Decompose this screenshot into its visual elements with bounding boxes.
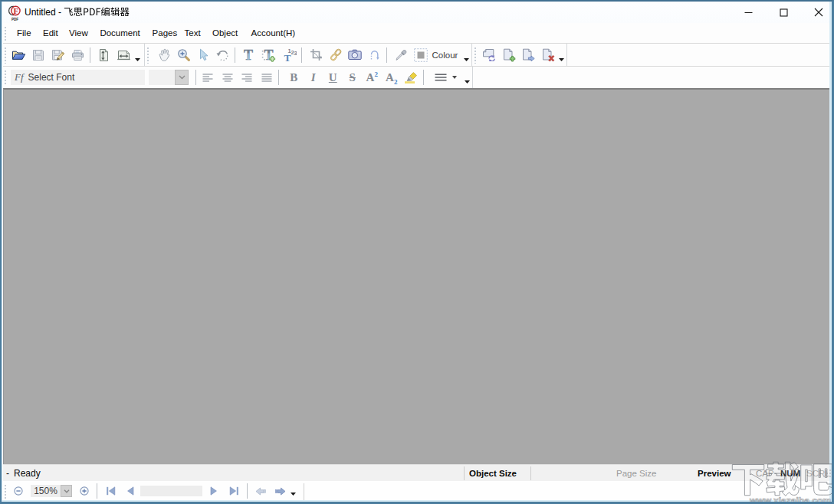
toolbar-grip[interactable] bbox=[4, 46, 8, 64]
first-page-button[interactable] bbox=[100, 486, 120, 496]
menu-file[interactable]: File bbox=[11, 25, 37, 41]
colour-swatch-button[interactable] bbox=[411, 45, 431, 65]
select-arrow-icon bbox=[198, 48, 208, 61]
align-right-icon bbox=[241, 73, 252, 83]
line-style-button[interactable] bbox=[431, 67, 460, 87]
colour-swatch-icon bbox=[414, 48, 428, 62]
last-page-button[interactable] bbox=[224, 486, 244, 496]
toolbar-grip[interactable] bbox=[146, 46, 151, 64]
highlight-button[interactable] bbox=[402, 67, 422, 87]
insert-pages-button[interactable] bbox=[499, 45, 519, 65]
window-content: F PDF Untitled - File Edit View Document… bbox=[3, 2, 831, 501]
superscript-button[interactable]: A2 bbox=[363, 67, 383, 87]
chevron-down-icon bbox=[179, 75, 186, 80]
align-left-button[interactable] bbox=[199, 67, 218, 87]
eyedropper-button[interactable] bbox=[392, 45, 412, 65]
next-view-button[interactable] bbox=[271, 487, 291, 496]
menu-document[interactable]: Document bbox=[94, 25, 145, 41]
toolbar-grip[interactable] bbox=[474, 46, 478, 64]
font-size-select[interactable] bbox=[149, 70, 189, 85]
hand-tool-button[interactable] bbox=[154, 45, 174, 65]
reverse-button[interactable] bbox=[365, 45, 385, 65]
previous-view-icon bbox=[255, 487, 266, 496]
save-button[interactable] bbox=[29, 45, 49, 65]
colour-dropdown[interactable] bbox=[462, 45, 471, 65]
next-page-button[interactable] bbox=[204, 486, 224, 496]
save-as-button[interactable] bbox=[48, 45, 68, 65]
pages-dropdown[interactable] bbox=[557, 45, 566, 65]
fit-height-button[interactable] bbox=[94, 45, 114, 65]
add-text-button[interactable]: T bbox=[238, 45, 258, 65]
add-new-text-button[interactable]: T bbox=[259, 45, 279, 65]
window-controls bbox=[731, 2, 834, 23]
toolbar-separator bbox=[97, 483, 97, 499]
fit-height-icon bbox=[98, 48, 110, 62]
font-icon: Ff bbox=[15, 71, 24, 83]
statusbar-separator bbox=[530, 466, 531, 480]
bold-button[interactable]: B bbox=[284, 67, 304, 87]
zoom-in-button[interactable] bbox=[77, 486, 92, 496]
toolbar-grip[interactable] bbox=[4, 483, 8, 499]
previous-page-button[interactable] bbox=[120, 486, 140, 496]
toolbar-grip[interactable] bbox=[4, 69, 8, 86]
text-plus-icon: T bbox=[261, 48, 276, 62]
menu-pages[interactable]: Pages bbox=[147, 25, 183, 41]
align-center-button[interactable] bbox=[218, 67, 238, 87]
fit-width-button[interactable] bbox=[114, 45, 134, 65]
close-button[interactable] bbox=[801, 2, 834, 23]
menu-account[interactable]: Account(H) bbox=[246, 25, 301, 41]
subscript-button[interactable]: A2 bbox=[382, 67, 402, 87]
rotate-icon bbox=[216, 49, 229, 61]
menu-text[interactable]: Text bbox=[179, 25, 206, 41]
maximize-button[interactable] bbox=[766, 2, 801, 23]
align-right-button[interactable] bbox=[238, 67, 258, 87]
zoom-level-dropdown[interactable] bbox=[61, 485, 72, 497]
select-tool-button[interactable] bbox=[193, 45, 213, 65]
rotate-tool-button[interactable] bbox=[213, 45, 233, 65]
extract-pages-button[interactable] bbox=[518, 45, 538, 65]
subscript-label: A2 bbox=[386, 71, 397, 84]
previous-view-button[interactable] bbox=[251, 487, 271, 496]
font-size-dropdown[interactable] bbox=[175, 70, 189, 85]
status-ready: Ready bbox=[14, 468, 41, 479]
minimize-icon bbox=[744, 8, 753, 17]
italic-button[interactable]: I bbox=[304, 67, 323, 87]
add-page-numbers-button[interactable]: T 123 bbox=[280, 45, 300, 65]
document-canvas[interactable] bbox=[3, 88, 831, 464]
next-view-icon bbox=[275, 487, 286, 496]
zoom-level-field[interactable]: 150% bbox=[31, 485, 61, 497]
page-number-field[interactable] bbox=[140, 486, 202, 496]
format-overflow-dropdown[interactable] bbox=[463, 67, 471, 87]
status-object-size: Object Size bbox=[469, 465, 517, 482]
minimize-button[interactable] bbox=[731, 2, 766, 23]
crop-button[interactable] bbox=[307, 45, 327, 65]
menubar-grip[interactable] bbox=[4, 25, 8, 41]
strikethrough-button[interactable]: S bbox=[343, 67, 363, 87]
extract-pages-icon bbox=[521, 48, 535, 62]
menu-edit[interactable]: Edit bbox=[38, 25, 64, 41]
superscript-digit: 2 bbox=[374, 70, 378, 78]
last-page-icon bbox=[229, 486, 239, 496]
menu-object[interactable]: Object bbox=[207, 25, 243, 41]
snapshot-button[interactable] bbox=[346, 45, 366, 65]
font-select[interactable]: Ff Select Font bbox=[11, 70, 145, 85]
open-button[interactable] bbox=[9, 45, 29, 65]
delete-pages-button[interactable] bbox=[538, 45, 558, 65]
fit-options-dropdown[interactable] bbox=[133, 45, 142, 65]
svg-text:PDF: PDF bbox=[11, 18, 18, 21]
toolbar-chunk-border bbox=[471, 44, 472, 66]
previous-page-icon bbox=[126, 486, 134, 496]
resize-grip[interactable] bbox=[823, 469, 832, 478]
zoom-tool-button[interactable] bbox=[174, 45, 194, 65]
link-button[interactable] bbox=[326, 45, 346, 65]
rotate-pages-button[interactable] bbox=[479, 45, 499, 65]
justify-button[interactable] bbox=[257, 67, 277, 87]
nav-options-dropdown[interactable] bbox=[289, 481, 297, 501]
zoom-out-button[interactable] bbox=[11, 486, 26, 496]
close-icon bbox=[814, 8, 823, 17]
print-button[interactable] bbox=[68, 45, 88, 65]
menu-view[interactable]: View bbox=[64, 25, 94, 41]
navigation-bar: 150% bbox=[3, 481, 831, 501]
underline-button[interactable]: U bbox=[323, 67, 343, 87]
insert-pages-icon bbox=[502, 48, 516, 62]
